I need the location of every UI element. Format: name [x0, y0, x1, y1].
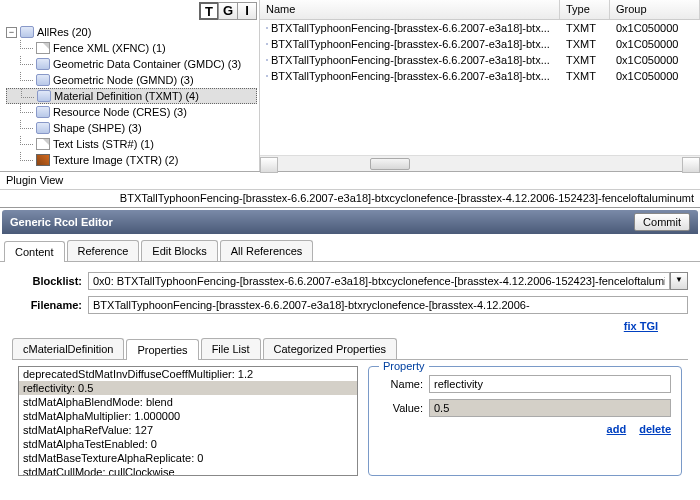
prop-value-input[interactable]	[429, 399, 671, 417]
col-name-header[interactable]: Name	[260, 0, 560, 19]
tree-item[interactable]: Texture Image (TXTR) (2)	[6, 152, 257, 168]
filename-label: Filename:	[12, 299, 82, 311]
tgi-i-button[interactable]: I	[237, 2, 257, 20]
tree-item[interactable]: Geometric Node (GMND) (3)	[6, 72, 257, 88]
list-row[interactable]: BTXTallTyphoonFencing-[brasstex-6.6.2007…	[260, 68, 700, 84]
commit-button[interactable]: Commit	[634, 213, 690, 231]
main-tabs: Content Reference Edit Blocks All Refere…	[0, 236, 700, 262]
content-tab-body: Blocklist: ▼ Filename: fix TGI cMaterial…	[0, 262, 700, 492]
tree-item[interactable]: Fence XML (XFNC) (1)	[6, 40, 257, 56]
property-group: Property Name: Value: add delete	[368, 366, 682, 476]
tab-reference[interactable]: Reference	[67, 240, 140, 261]
tgi-toggle: T G I	[200, 2, 257, 20]
sub-tabs: cMaterialDefinition Properties File List…	[12, 332, 688, 360]
tree-item[interactable]: Geometric Data Container (GMDC) (3)	[6, 56, 257, 72]
list-row[interactable]: BTXTallTyphoonFencing-[brasstex-6.6.2007…	[260, 20, 700, 36]
col-type-header[interactable]: Type	[560, 0, 610, 19]
file-icon	[36, 138, 50, 150]
add-link[interactable]: add	[607, 423, 627, 435]
tab-file-list[interactable]: File List	[201, 338, 261, 359]
list-item[interactable]: stdMatCullMode: cullClockwise	[19, 465, 357, 476]
editor-title-text: Generic Rcol Editor	[10, 216, 113, 228]
prop-name-label: Name:	[379, 378, 423, 390]
list-row[interactable]: BTXTallTyphoonFencing-[brasstex-6.6.2007…	[260, 36, 700, 52]
tab-cmaterialdefinition[interactable]: cMaterialDefinition	[12, 338, 124, 359]
list-body[interactable]: BTXTallTyphoonFencing-[brasstex-6.6.2007…	[260, 20, 700, 155]
list-header: Name Type Group	[260, 0, 700, 20]
tree-root-label: AllRes (20)	[37, 26, 91, 38]
tgi-t-button[interactable]: T	[199, 2, 219, 20]
db-icon	[37, 90, 51, 102]
plugin-view-label: Plugin View	[0, 172, 700, 190]
db-icon	[266, 75, 268, 77]
collapse-icon[interactable]: −	[6, 27, 17, 38]
tab-all-references[interactable]: All References	[220, 240, 314, 261]
filename-input[interactable]	[88, 296, 688, 314]
list-item[interactable]: stdMatAlphaRefValue: 127	[19, 423, 357, 437]
tree-item[interactable]: Resource Node (CRES) (3)	[6, 104, 257, 120]
db-icon	[36, 106, 50, 118]
fix-tgi-link[interactable]: fix TGI	[624, 320, 658, 332]
property-legend: Property	[379, 360, 429, 372]
col-group-header[interactable]: Group	[610, 0, 700, 19]
db-icon	[36, 122, 50, 134]
db-icon	[36, 74, 50, 86]
tab-properties[interactable]: Properties	[126, 339, 198, 360]
db-icon	[266, 27, 268, 29]
tab-categorized-properties[interactable]: Categorized Properties	[263, 338, 398, 359]
tgi-g-button[interactable]: G	[218, 2, 238, 20]
tree-item[interactable]: Text Lists (STR#) (1)	[6, 136, 257, 152]
resource-tree-panel: T G I − AllRes (20) Fence XML (XFNC) (1)…	[0, 0, 260, 171]
list-item-selected[interactable]: reflectivity: 0.5	[19, 381, 357, 395]
prop-name-input[interactable]	[429, 375, 671, 393]
resource-tree[interactable]: − AllRes (20) Fence XML (XFNC) (1) Geome…	[2, 4, 257, 168]
scrollbar-thumb[interactable]	[370, 158, 410, 170]
tree-item-selected[interactable]: Material Definition (TXMT) (4)	[6, 88, 257, 104]
resource-path-bar: BTXTallTyphoonFencing-[brasstex-6.6.2007…	[0, 190, 700, 208]
list-item[interactable]: stdMatAlphaTestEnabled: 0	[19, 437, 357, 451]
tab-edit-blocks[interactable]: Edit Blocks	[141, 240, 217, 261]
list-item[interactable]: stdMatAlphaMultiplier: 1.000000	[19, 409, 357, 423]
list-item[interactable]: deprecatedStdMatInvDiffuseCoeffMultiplie…	[19, 367, 357, 381]
database-icon	[20, 26, 34, 38]
file-icon	[36, 42, 50, 54]
texture-icon	[36, 154, 50, 166]
delete-link[interactable]: delete	[639, 423, 671, 435]
list-item[interactable]: stdMatBaseTextureAlphaReplicate: 0	[19, 451, 357, 465]
dropdown-icon[interactable]: ▼	[670, 272, 688, 290]
editor-title-bar: Generic Rcol Editor Commit	[2, 210, 698, 234]
resource-list-panel: Name Type Group BTXTallTyphoonFencing-[b…	[260, 0, 700, 171]
horizontal-scrollbar[interactable]	[260, 155, 700, 171]
property-list[interactable]: deprecatedStdMatInvDiffuseCoeffMultiplie…	[18, 366, 358, 476]
tab-content[interactable]: Content	[4, 241, 65, 262]
list-row[interactable]: BTXTallTyphoonFencing-[brasstex-6.6.2007…	[260, 52, 700, 68]
blocklist-combo[interactable]: ▼	[88, 272, 688, 290]
blocklist-input[interactable]	[88, 272, 670, 290]
db-icon	[266, 59, 268, 61]
tree-item[interactable]: Shape (SHPE) (3)	[6, 120, 257, 136]
tree-root[interactable]: − AllRes (20)	[6, 24, 257, 40]
db-icon	[266, 43, 268, 45]
blocklist-label: Blocklist:	[12, 275, 82, 287]
prop-value-label: Value:	[379, 402, 423, 414]
db-icon	[36, 58, 50, 70]
list-item[interactable]: stdMatAlphaBlendMode: blend	[19, 395, 357, 409]
